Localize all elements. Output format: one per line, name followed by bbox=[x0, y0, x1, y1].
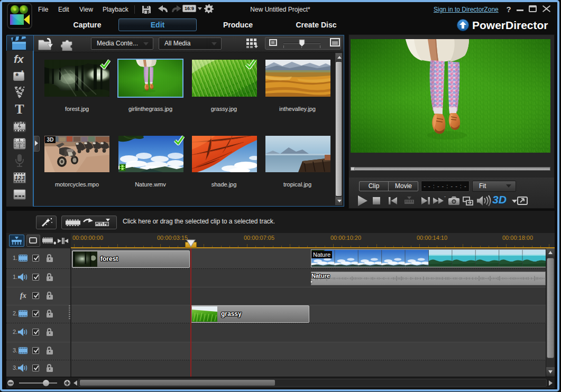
svg-text:*: * bbox=[15, 72, 19, 81]
svg-text:123: 123 bbox=[15, 175, 25, 181]
svg-text:fx: fx bbox=[14, 53, 24, 65]
svg-text:*: * bbox=[21, 70, 24, 76]
